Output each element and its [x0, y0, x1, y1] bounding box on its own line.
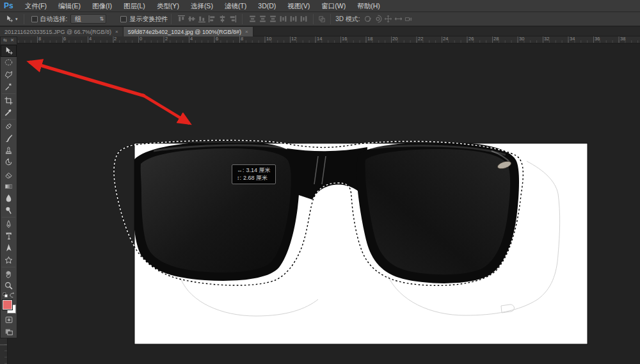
3d-rotate-icon[interactable]: [364, 15, 372, 23]
default-colors-icon[interactable]: [3, 292, 8, 298]
ruler-label: 26: [468, 36, 474, 42]
tool-healing-brush[interactable]: [1, 120, 17, 132]
3d-roll-icon[interactable]: [374, 15, 382, 23]
align-horizontal-centers-icon[interactable]: [218, 15, 227, 23]
show-transform-label: 显示变换控件: [129, 15, 168, 24]
photoshop-window: Ps 文件(F) 编辑(E) 图像(I) 图层(L) 类型(Y) 选择(S) 滤…: [0, 0, 640, 364]
3d-scale-camera-icon[interactable]: [404, 15, 413, 23]
menu-type[interactable]: 类型(Y): [151, 0, 185, 12]
tool-custom-shape[interactable]: [1, 254, 17, 266]
measurement-height-row: ↕:2.68 厘米: [237, 174, 271, 182]
menu-edit[interactable]: 编辑(E): [52, 0, 86, 12]
ruler-label: 18: [367, 36, 372, 42]
align-top-edges-icon[interactable]: [177, 15, 186, 23]
ruler-label: 6: [63, 36, 66, 42]
menu-view[interactable]: 视图(V): [282, 0, 316, 12]
tool-hand[interactable]: [1, 268, 17, 280]
show-transform-checkbox[interactable]: [120, 16, 127, 22]
photoshop-logo: Ps: [0, 1, 19, 10]
tool-magic-wand[interactable]: [1, 81, 17, 93]
distribute-top-edges-icon[interactable]: [248, 15, 257, 23]
tool-type[interactable]: [1, 230, 17, 242]
screen-mode-icon: [4, 328, 13, 336]
align-bottom-edges-icon[interactable]: [198, 15, 206, 23]
divider: [2, 217, 15, 218]
tool-gradient[interactable]: [1, 180, 17, 193]
eyedropper-icon: [4, 107, 13, 117]
ruler-label: 36: [595, 36, 600, 42]
menu-filter[interactable]: 滤镜(T): [219, 0, 252, 12]
close-icon[interactable]: ×: [245, 29, 248, 35]
document-tab-2[interactable]: 59fd874e2b402_1024.jpg @ 100%(RGB/8#) ×: [124, 27, 253, 36]
menu-help[interactable]: 帮助(H): [351, 0, 386, 12]
measurement-width-value: 3.14 厘米: [246, 167, 271, 173]
tool-eraser[interactable]: [1, 168, 17, 180]
close-icon[interactable]: ×: [115, 29, 118, 35]
tool-crop[interactable]: [1, 95, 17, 107]
ruler-label: 30: [519, 36, 524, 42]
distribute-bottom-edges-icon[interactable]: [269, 15, 277, 23]
align-vertical-centers-icon[interactable]: [188, 15, 196, 23]
measurement-tooltip: ↔:3.14 厘米 ↕:2.68 厘米: [232, 164, 276, 184]
distribute-buttons: [247, 15, 308, 23]
separator: [242, 14, 243, 24]
menu-file[interactable]: 文件(F): [19, 0, 52, 12]
tool-zoom[interactable]: [1, 280, 17, 292]
ruler-label: 38: [620, 36, 625, 42]
tool-move[interactable]: [1, 45, 17, 57]
custom-shape-icon: [4, 255, 13, 265]
align-left-edges-icon[interactable]: [208, 15, 216, 23]
menu-layer[interactable]: 图层(L): [118, 0, 151, 12]
tool-dodge[interactable]: [1, 204, 17, 216]
menu-image[interactable]: 图像(I): [86, 0, 118, 12]
history-brush-icon: [4, 157, 13, 167]
screen-mode-button[interactable]: [1, 326, 17, 338]
ruler-label: 20: [392, 36, 397, 42]
tool-blur[interactable]: [1, 192, 17, 204]
tool-preset-picker[interactable]: ▾: [0, 15, 20, 23]
3d-drag-icon[interactable]: [384, 15, 392, 23]
menu-3d[interactable]: 3D(D): [252, 0, 282, 12]
tool-brush[interactable]: [1, 132, 17, 145]
distribute-left-edges-icon[interactable]: [279, 15, 287, 23]
close-icon[interactable]: ✕: [10, 37, 14, 44]
ruler-label: 4: [89, 36, 92, 42]
tool-eyedropper[interactable]: [1, 106, 17, 118]
tool-path-selection[interactable]: [1, 242, 17, 254]
auto-align-layers-icon[interactable]: [318, 15, 326, 23]
horizontal-ruler[interactable]: 8 6 4 2 0 2 4 6 8 10 12 14 16 18 20 22 2…: [0, 36, 640, 44]
tool-pen[interactable]: [1, 218, 17, 230]
distribute-vertical-centers-icon[interactable]: [259, 15, 267, 23]
auto-select-checkbox[interactable]: [31, 16, 38, 22]
move-icon: [4, 46, 13, 56]
quick-mask-button[interactable]: [1, 314, 17, 326]
tool-marquee[interactable]: [1, 57, 17, 69]
auto-select-dropdown[interactable]: 组 ⇅: [70, 14, 106, 24]
menu-select[interactable]: 选择(S): [185, 0, 219, 12]
tool-history-brush[interactable]: [1, 156, 17, 168]
clone-stamp-icon: [4, 145, 13, 155]
brush-icon: [4, 134, 13, 143]
foreground-color-swatch[interactable]: [3, 300, 12, 310]
ruler-label: 14: [317, 36, 322, 42]
separator: [171, 14, 172, 24]
marquee-icon: [4, 58, 13, 67]
dodge-icon: [4, 205, 13, 215]
color-controls: [1, 292, 17, 313]
divider: [2, 93, 15, 94]
quick-mask-icon: [4, 315, 13, 324]
align-right-edges-icon[interactable]: [228, 15, 237, 23]
collapse-panel-icon[interactable]: ⇆: [3, 37, 7, 44]
tool-clone-stamp[interactable]: [1, 145, 17, 157]
swap-colors-icon[interactable]: [9, 292, 15, 298]
3d-slide-icon[interactable]: [394, 15, 403, 23]
document-tab-1[interactable]: 201211620333515.JPG @ 66.7%(RGB/8) ×: [0, 27, 124, 36]
distribute-horizontal-centers-icon[interactable]: [289, 15, 298, 23]
vertical-ruler[interactable]: [0, 338, 8, 364]
hand-icon: [4, 269, 13, 279]
distribute-right-edges-icon[interactable]: [300, 15, 308, 23]
menu-window[interactable]: 窗口(W): [316, 0, 351, 12]
tool-lasso[interactable]: [1, 68, 17, 81]
tools-panel: ⇆ ✕: [0, 36, 17, 338]
canvas[interactable]: [0, 0, 640, 364]
